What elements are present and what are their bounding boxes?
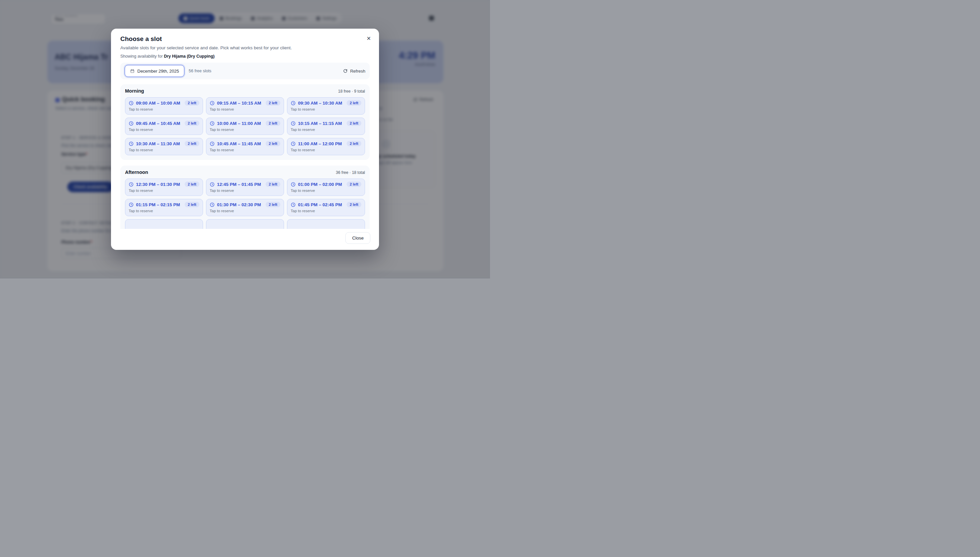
slots-scroll-area[interactable]: Morning18 free · 9 total09:00 AM – 10:00…	[120, 84, 370, 229]
slot-card[interactable]: 01:15 PM – 02:15 PM2 leftTap to reserve	[125, 199, 203, 216]
clock-icon	[210, 141, 215, 146]
slot-time: 09:00 AM – 10:00 AM	[136, 101, 180, 106]
clock-icon	[291, 121, 296, 126]
slots-left-badge: 2 left	[266, 182, 280, 187]
slot-time: 12:30 PM – 01:30 PM	[136, 182, 180, 187]
clock-icon	[291, 182, 296, 187]
close-icon[interactable]: ✕	[364, 33, 373, 44]
slot-card[interactable]: 12:30 PM – 01:30 PM2 leftTap to reserve	[125, 179, 203, 196]
slot-time: 09:30 AM – 10:30 AM	[298, 101, 342, 106]
slot-hint: Tap to reserve	[291, 189, 361, 192]
slot-hint: Tap to reserve	[210, 148, 280, 152]
dialog-footer: Close	[345, 232, 370, 244]
clock-icon	[210, 202, 215, 207]
slot-time: 10:30 AM – 11:30 AM	[136, 141, 180, 146]
slots-left-badge: 2 left	[185, 182, 199, 187]
slot-card[interactable]: 10:30 AM – 11:30 AM2 leftTap to reserve	[125, 138, 203, 155]
slot-card[interactable]: 01:30 PM – 02:30 PM2 leftTap to reserve	[206, 199, 284, 216]
slot-time: 09:45 AM – 10:45 AM	[136, 121, 180, 126]
section-availability-meta: 18 free · 9 total	[338, 89, 365, 94]
slot-hint: Tap to reserve	[291, 148, 361, 152]
clock-icon	[129, 141, 134, 146]
free-slots-count: 56 free slots	[189, 68, 211, 73]
app-screen: SELECT BUSINESS Theo Quick bookBookingsA…	[0, 0, 490, 278]
calendar-icon	[130, 68, 135, 73]
slots-left-badge: 2 left	[185, 202, 199, 207]
slot-card-partial[interactable]	[125, 219, 203, 229]
slot-time: 01:00 PM – 02:00 PM	[298, 182, 342, 187]
slots-left-badge: 2 left	[347, 202, 361, 207]
slot-hint: Tap to reserve	[210, 107, 280, 111]
date-toolbar: December 29th, 2025 56 free slots Refres…	[120, 63, 370, 79]
slot-section-afternoon: Afternoon36 free · 18 total12:30 PM – 01…	[120, 166, 370, 229]
slots-left-badge: 2 left	[185, 100, 199, 106]
slot-card[interactable]: 01:45 PM – 02:45 PM2 leftTap to reserve	[287, 199, 365, 216]
dialog-title: Choose a slot	[120, 35, 370, 42]
slots-left-badge: 2 left	[185, 141, 199, 146]
slot-hint: Tap to reserve	[129, 209, 199, 213]
slot-hint: Tap to reserve	[210, 128, 280, 132]
slot-hint: Tap to reserve	[129, 107, 199, 111]
section-title: Morning	[125, 88, 144, 94]
slot-hint: Tap to reserve	[210, 209, 280, 213]
clock-icon	[129, 182, 134, 187]
slot-grid: 09:00 AM – 10:00 AM2 leftTap to reserve0…	[125, 97, 365, 155]
section-title: Afternoon	[125, 169, 148, 175]
slot-card[interactable]: 09:15 AM – 10:15 AM2 leftTap to reserve	[206, 97, 284, 115]
clock-icon	[210, 182, 215, 187]
slot-card[interactable]: 09:00 AM – 10:00 AM2 leftTap to reserve	[125, 97, 203, 115]
slot-time: 10:45 AM – 11:45 AM	[217, 141, 261, 146]
clock-icon	[291, 202, 296, 207]
slot-time: 09:15 AM – 10:15 AM	[217, 101, 261, 106]
section-header: Morning18 free · 9 total	[125, 88, 365, 94]
slots-left-badge: 2 left	[347, 141, 361, 146]
refresh-label: Refresh	[350, 68, 365, 73]
slot-card[interactable]: 01:00 PM – 02:00 PM2 leftTap to reserve	[287, 179, 365, 196]
slot-hint: Tap to reserve	[291, 209, 361, 213]
slot-time: 10:00 AM – 11:00 AM	[217, 121, 261, 126]
slot-grid: 12:30 PM – 01:30 PM2 leftTap to reserve1…	[125, 179, 365, 229]
slot-hint: Tap to reserve	[291, 128, 361, 132]
slot-card[interactable]: 11:00 AM – 12:00 PM2 leftTap to reserve	[287, 138, 365, 155]
clock-icon	[291, 101, 296, 106]
slot-card-partial[interactable]	[206, 219, 284, 229]
slots-left-badge: 2 left	[266, 202, 280, 207]
slot-card[interactable]: 12:45 PM – 01:45 PM2 leftTap to reserve	[206, 179, 284, 196]
slot-card[interactable]: 10:45 AM – 11:45 AM2 leftTap to reserve	[206, 138, 284, 155]
slot-card-partial[interactable]	[287, 219, 365, 229]
clock-icon	[129, 121, 134, 126]
service-name: Dry Hijama (Dry Cupping)	[164, 54, 215, 59]
slot-hint: Tap to reserve	[129, 148, 199, 152]
slot-hint: Tap to reserve	[291, 107, 361, 111]
slot-card[interactable]: 09:45 AM – 10:45 AM2 leftTap to reserve	[125, 117, 203, 135]
clock-icon	[129, 202, 134, 207]
refresh-icon	[343, 68, 348, 73]
slots-left-badge: 2 left	[266, 141, 280, 146]
slots-left-badge: 2 left	[347, 121, 361, 126]
slot-hint: Tap to reserve	[129, 189, 199, 192]
slot-card[interactable]: 10:00 AM – 11:00 AM2 leftTap to reserve	[206, 117, 284, 135]
slot-time: 11:00 AM – 12:00 PM	[298, 141, 342, 146]
slot-time: 01:30 PM – 02:30 PM	[217, 202, 261, 207]
close-button[interactable]: Close	[345, 232, 370, 244]
section-availability-meta: 36 free · 18 total	[336, 170, 365, 175]
clock-icon	[129, 101, 134, 106]
slots-left-badge: 2 left	[266, 100, 280, 106]
slots-left-badge: 2 left	[185, 121, 199, 126]
choose-slot-dialog: ✕ Choose a slot Available slots for your…	[111, 29, 379, 250]
refresh-button[interactable]: Refresh	[343, 68, 365, 73]
slots-left-badge: 2 left	[347, 100, 361, 106]
date-picker-button[interactable]: December 29th, 2025	[125, 65, 184, 77]
slot-time: 01:45 PM – 02:45 PM	[298, 202, 342, 207]
slot-section-morning: Morning18 free · 9 total09:00 AM – 10:00…	[120, 84, 370, 160]
clock-icon	[210, 101, 215, 106]
showing-availability-line: Showing availability for Dry Hijama (Dry…	[120, 54, 370, 59]
slot-time: 10:15 AM – 11:15 AM	[298, 121, 342, 126]
slot-time: 01:15 PM – 02:15 PM	[136, 202, 180, 207]
slots-left-badge: 2 left	[266, 121, 280, 126]
slot-hint: Tap to reserve	[210, 189, 280, 192]
slot-card[interactable]: 09:30 AM – 10:30 AM2 leftTap to reserve	[287, 97, 365, 115]
dialog-subtitle: Available slots for your selected servic…	[120, 45, 370, 51]
clock-icon	[291, 141, 296, 146]
slot-card[interactable]: 10:15 AM – 11:15 AM2 leftTap to reserve	[287, 117, 365, 135]
